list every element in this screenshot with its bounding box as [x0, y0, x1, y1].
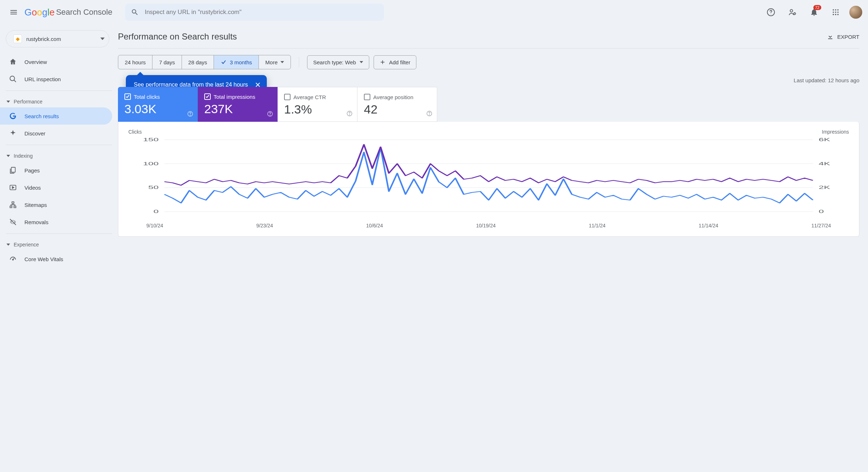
- apps-button[interactable]: [828, 4, 844, 20]
- nav-label: Pages: [24, 167, 40, 173]
- svg-point-4: [833, 9, 834, 11]
- section-indexing[interactable]: Indexing: [0, 148, 112, 162]
- range-more[interactable]: More: [259, 55, 291, 69]
- metric-value: 42: [364, 102, 430, 116]
- chevron-down-icon: [280, 60, 284, 64]
- sidebar-item-overview[interactable]: Overview: [0, 53, 112, 70]
- checkbox-checked-icon: [124, 93, 131, 100]
- export-label: EXPORT: [837, 34, 859, 40]
- pages-icon: [9, 166, 17, 175]
- avatar[interactable]: [849, 6, 862, 19]
- sidebar-item-core-web-vitals[interactable]: Core Web Vitals: [0, 250, 112, 268]
- visibility-off-icon: [9, 218, 17, 226]
- svg-text:100: 100: [143, 161, 159, 166]
- sidebar-item-videos[interactable]: Videos: [0, 179, 112, 196]
- logo[interactable]: Google Search Console: [24, 7, 112, 18]
- checkbox-checked-icon: [204, 93, 211, 100]
- metric-card-position[interactable]: Average position 42: [357, 87, 437, 122]
- header: Google Search Console 72: [0, 0, 868, 24]
- help-button[interactable]: [763, 4, 779, 20]
- search-box[interactable]: [125, 4, 384, 21]
- performance-chart[interactable]: 1506K1004K502K00: [128, 136, 849, 219]
- svg-text:0: 0: [154, 209, 159, 214]
- metric-card-ctr[interactable]: Average CTR 1.3%: [278, 87, 357, 122]
- chevron-down-icon: [6, 243, 10, 246]
- date-range-group: 24 hours 7 days 28 days 3 months More: [118, 55, 291, 69]
- users-button[interactable]: [785, 4, 800, 20]
- x-axis-labels: 9/10/249/23/2410/6/2410/19/2411/1/2411/1…: [128, 220, 849, 228]
- nav-label: Core Web Vitals: [24, 256, 63, 262]
- help-icon[interactable]: [346, 110, 353, 118]
- add-filter-button[interactable]: Add filter: [374, 55, 416, 69]
- metric-label: Total impressions: [214, 94, 255, 100]
- metric-card-impressions[interactable]: Total impressions 237K: [198, 87, 278, 122]
- google-g-icon: [9, 112, 17, 120]
- nav-label: Overview: [24, 59, 47, 65]
- notifications-button[interactable]: 72: [806, 4, 822, 20]
- discover-icon: [9, 129, 17, 138]
- chevron-down-icon: [360, 60, 363, 64]
- search-input[interactable]: [145, 9, 378, 16]
- nav-label: Search results: [24, 113, 59, 119]
- metric-card-clicks[interactable]: Total clicks 3.03K: [118, 87, 198, 122]
- range-24h[interactable]: 24 hours: [118, 55, 152, 69]
- range-28d[interactable]: 28 days: [182, 55, 214, 69]
- nav-label: URL inspection: [24, 76, 61, 82]
- video-icon: [9, 183, 17, 192]
- svg-point-3: [794, 13, 796, 15]
- section-label: Experience: [14, 242, 39, 247]
- svg-point-5: [835, 9, 836, 11]
- svg-point-1: [771, 14, 771, 14]
- nav-label: Discover: [24, 130, 45, 136]
- property-name: rustybrick.com: [26, 36, 96, 42]
- home-icon: [9, 57, 17, 66]
- sidebar: ◆ rustybrick.com Overview URL inspection…: [0, 24, 115, 273]
- search-icon: [9, 75, 17, 83]
- product-name: Search Console: [56, 8, 113, 17]
- help-icon[interactable]: [187, 111, 193, 118]
- sidebar-item-search-results[interactable]: Search results: [0, 107, 112, 125]
- notification-badge: 72: [813, 5, 821, 10]
- menu-button[interactable]: [6, 4, 22, 20]
- speed-icon: [9, 255, 17, 263]
- sidebar-item-removals[interactable]: Removals: [0, 213, 112, 231]
- range-3m[interactable]: 3 months: [214, 55, 259, 69]
- range-7d[interactable]: 7 days: [152, 55, 182, 69]
- apps-grid-icon: [832, 8, 840, 16]
- metric-value: 3.03K: [124, 102, 191, 116]
- check-icon: [220, 59, 227, 65]
- header-actions: 72: [763, 4, 862, 20]
- svg-rect-14: [11, 167, 15, 172]
- checkbox-unchecked-icon: [364, 94, 370, 100]
- sidebar-item-sitemaps[interactable]: Sitemaps: [0, 196, 112, 213]
- chevron-down-icon: [6, 100, 10, 103]
- help-icon[interactable]: [426, 110, 433, 118]
- filter-row: 24 hours 7 days 28 days 3 months More Se…: [118, 55, 859, 69]
- help-icon[interactable]: [267, 111, 273, 118]
- section-label: Indexing: [14, 153, 33, 159]
- nav-label: Removals: [24, 219, 49, 225]
- section-performance[interactable]: Performance: [0, 94, 112, 107]
- svg-text:2K: 2K: [819, 185, 830, 190]
- page-title: Performance on Search results: [118, 32, 237, 42]
- help-icon: [767, 8, 775, 17]
- svg-text:150: 150: [143, 137, 159, 142]
- plus-icon: [380, 59, 385, 65]
- property-selector[interactable]: ◆ rustybrick.com: [6, 30, 109, 47]
- divider: [299, 57, 299, 67]
- sidebar-item-discover[interactable]: Discover: [0, 125, 112, 142]
- sidebar-item-url-inspection[interactable]: URL inspection: [0, 70, 112, 88]
- divider: [6, 145, 112, 145]
- search-type-filter[interactable]: Search type: Web: [307, 55, 369, 69]
- left-axis-label: Clicks: [128, 129, 142, 135]
- metric-label: Average CTR: [293, 94, 326, 100]
- metric-label: Total clicks: [134, 94, 160, 100]
- section-experience[interactable]: Experience: [0, 237, 112, 250]
- main-content: Performance on Search results EXPORT 24 …: [115, 24, 868, 273]
- svg-rect-18: [14, 206, 16, 208]
- sitemap-icon: [9, 200, 17, 209]
- sidebar-item-pages[interactable]: Pages: [0, 162, 112, 179]
- hamburger-icon: [9, 8, 18, 17]
- svg-point-21: [190, 115, 190, 115]
- export-button[interactable]: EXPORT: [827, 33, 859, 40]
